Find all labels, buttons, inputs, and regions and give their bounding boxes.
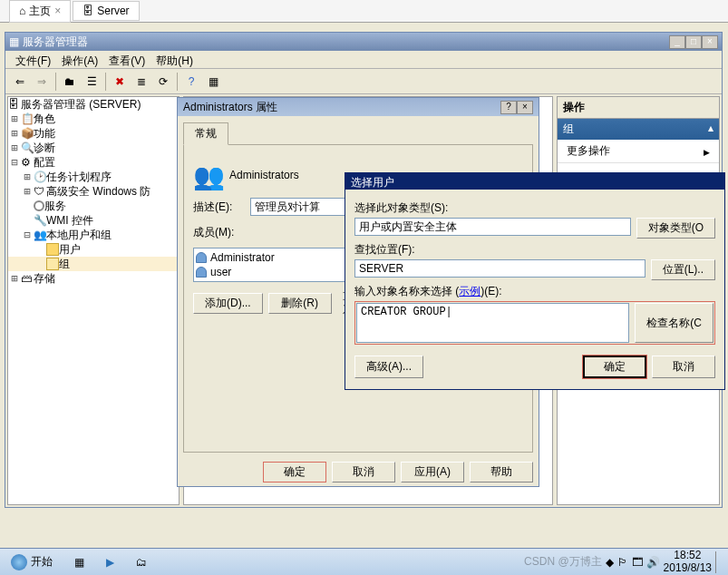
tab-server[interactable]: 🗄 Server — [73, 1, 139, 21]
object-names-input[interactable] — [356, 303, 629, 343]
home-icon: ⌂ — [19, 5, 25, 17]
watermark: CSDN @万博主 — [524, 554, 602, 570]
locations-button[interactable]: 位置(L).. — [651, 259, 715, 280]
tree-services[interactable]: 服务 — [8, 199, 179, 213]
sm-title: 服务器管理器 — [23, 34, 88, 50]
tree-lusrgrp[interactable]: ⊟👥本地用户和组 — [8, 228, 179, 242]
close-button[interactable]: × — [702, 35, 718, 49]
object-types-button[interactable]: 对象类型(O — [636, 218, 715, 239]
menu-file[interactable]: 文件(F) — [10, 51, 56, 68]
chevron-right-icon — [704, 145, 710, 158]
actions-group[interactable]: 组▴ — [558, 119, 719, 140]
advanced-button[interactable]: 高级(A)... — [354, 356, 423, 378]
taskbar-app-icon[interactable]: ▶ — [99, 554, 121, 570]
cancel-button[interactable]: 取消 — [652, 356, 715, 378]
remove-button[interactable]: 删除(R) — [268, 293, 332, 314]
properties-button[interactable]: ☰ — [82, 72, 102, 92]
sel-title-text: 选择用户 — [351, 176, 394, 189]
start-label: 开始 — [31, 554, 53, 570]
taskbar-app-icon[interactable]: ▦ — [67, 554, 92, 570]
back-button[interactable]: ⇐ — [10, 72, 30, 92]
prop-title-text: Administrators 属性 — [183, 100, 277, 115]
help-button[interactable]: ? — [500, 101, 517, 114]
tree-storage[interactable]: ⊞🗃存储 — [8, 271, 179, 286]
list-button[interactable]: ≣ — [131, 72, 151, 92]
sm-titlebar: ▦ 服务器管理器 _ □ × — [5, 33, 722, 51]
tree-tasks[interactable]: ⊞🕑任务计划程序 — [8, 170, 179, 184]
close-button[interactable]: × — [517, 101, 533, 114]
tree-roles[interactable]: ⊞📋角色 — [8, 112, 179, 126]
tree-config[interactable]: ⊟⚙配置 — [8, 155, 179, 170]
start-button[interactable]: 开始 — [4, 552, 60, 572]
app-tab-bar: ⌂ 主页 × 🗄 Server — [0, 0, 728, 23]
tray-icon[interactable]: 🏳 — [617, 556, 628, 569]
object-names-label-2: )(E): — [480, 285, 501, 297]
tree-roles-label: 角色 — [34, 112, 55, 127]
clock[interactable]: 18:52 2019/8/13 — [664, 550, 712, 573]
tree-services-label: 服务 — [44, 199, 66, 214]
check-names-button[interactable]: 检查名称(C — [635, 303, 713, 343]
object-type-input[interactable] — [354, 218, 631, 236]
collapse-icon[interactable]: ▴ — [708, 122, 713, 137]
roles-icon: 📋 — [21, 112, 34, 125]
tree-lusrgrp-label: 本地用户和组 — [46, 228, 112, 243]
tray-icon[interactable]: 🗔 — [632, 556, 643, 569]
menu-help[interactable]: 帮助(H) — [150, 51, 199, 68]
tree-wmi-label: WMI 控件 — [46, 213, 93, 229]
taskbar-app-icon[interactable]: 🗂 — [129, 554, 154, 570]
users-icon: 👥 — [34, 229, 46, 241]
tree-diag[interactable]: ⊞🔍诊断 — [8, 141, 179, 155]
object-type-label: 选择此对象类型(S): — [354, 200, 715, 216]
tree-groups-label: 组 — [59, 257, 70, 272]
sm-menubar: 文件(F) 操作(A) 查看(V) 帮助(H) — [5, 51, 722, 69]
help-button[interactable]: ? — [181, 72, 201, 92]
time: 18:52 — [664, 550, 712, 561]
taskbar: 开始 ▦ ▶ 🗂 CSDN @万博主 ◆ 🏳 🗔 🔊 18:52 2019/8/… — [0, 548, 728, 575]
date: 2019/8/13 — [664, 562, 712, 574]
tree-groups[interactable]: 组 — [8, 257, 179, 271]
tray-icon[interactable]: 🔊 — [646, 556, 660, 569]
apply-button[interactable]: 应用(A) — [401, 462, 464, 482]
diag-icon: 🔍 — [21, 141, 34, 154]
tree-features[interactable]: ⊞📦功能 — [8, 126, 179, 141]
actions-more[interactable]: 更多操作 — [558, 140, 719, 163]
delete-button[interactable]: ✖ — [110, 72, 130, 92]
wmi-icon: 🔧 — [34, 214, 46, 227]
menu-view[interactable]: 查看(V) — [103, 51, 150, 68]
close-icon[interactable]: × — [54, 5, 61, 17]
help-button[interactable]: 帮助 — [470, 462, 533, 482]
actions-header: 操作 — [558, 97, 719, 119]
tree-wmi[interactable]: 🔧WMI 控件 — [8, 213, 179, 228]
member-name: Administrator — [210, 251, 275, 264]
refresh-button[interactable]: ⟳ — [153, 72, 173, 92]
nav-tree[interactable]: 🗄服务器管理器 (SERVER) ⊞📋角色 ⊞📦功能 ⊞🔍诊断 ⊟⚙配置 ⊞🕑任… — [7, 96, 180, 505]
tree-tasks-label: 任务计划程序 — [46, 170, 112, 185]
example-link[interactable]: 示例 — [459, 285, 480, 297]
menu-action[interactable]: 操作(A) — [56, 51, 103, 68]
minimize-button[interactable]: _ — [669, 35, 685, 49]
storage-icon: 🗃 — [21, 272, 34, 285]
location-input[interactable] — [354, 259, 645, 278]
show-desktop-button[interactable] — [715, 551, 724, 573]
windows-icon — [11, 554, 27, 570]
tree-users[interactable]: 用户 — [8, 242, 179, 257]
tray-icon[interactable]: ◆ — [606, 556, 614, 569]
ok-button[interactable]: 确定 — [583, 356, 646, 378]
actions-group-label: 组 — [563, 122, 574, 137]
ok-button[interactable]: 确定 — [263, 462, 326, 482]
export-button[interactable]: ▦ — [203, 72, 223, 92]
sel-titlebar: 选择用户 — [345, 173, 724, 190]
cancel-button[interactable]: 取消 — [332, 462, 395, 482]
toolbar-divider — [177, 73, 178, 91]
tab-home[interactable]: ⌂ 主页 × — [9, 0, 71, 23]
actions-more-label: 更多操作 — [567, 143, 610, 159]
location-label: 查找位置(F): — [354, 242, 715, 258]
tree-firewall[interactable]: ⊞🛡高级安全 Windows 防 — [8, 184, 179, 199]
up-button[interactable]: 🖿 — [60, 72, 80, 92]
forward-button[interactable]: ⇒ — [32, 72, 52, 92]
tab-general[interactable]: 常规 — [183, 122, 228, 145]
maximize-button[interactable]: □ — [685, 35, 702, 49]
add-button[interactable]: 添加(D)... — [193, 293, 263, 314]
shield-icon: 🛡 — [34, 185, 46, 198]
tree-root[interactable]: 🗄服务器管理器 (SERVER) — [8, 97, 179, 112]
